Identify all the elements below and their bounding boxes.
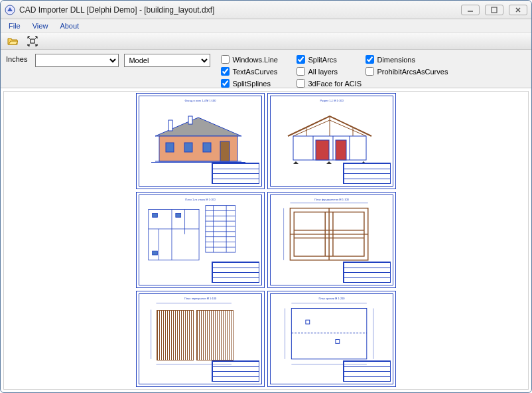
svg-rect-10 bbox=[203, 143, 211, 152]
sheet-foundation-plan: План фундаментов М 1:100 bbox=[267, 192, 396, 288]
svg-rect-29 bbox=[153, 251, 158, 255]
svg-rect-21 bbox=[336, 140, 346, 160]
svg-rect-6 bbox=[168, 120, 172, 131]
menubar: File View About bbox=[1, 19, 531, 33]
chk-all-layers[interactable]: All layers bbox=[297, 66, 363, 77]
svg-rect-11 bbox=[220, 141, 230, 161]
svg-rect-28 bbox=[176, 213, 181, 217]
open-file-button[interactable] bbox=[6, 35, 19, 48]
sheets-grid: Фасад в осях 1-4 М 1:100 bbox=[136, 93, 396, 389]
units-label: Inches bbox=[6, 54, 27, 63]
close-button[interactable] bbox=[509, 5, 527, 15]
svg-rect-20 bbox=[316, 140, 329, 160]
chk-prohibit-arcs[interactable]: ProhibitArcsAsCurves bbox=[366, 66, 465, 77]
svg-rect-56 bbox=[306, 320, 310, 324]
sheet-roof-outline: План кровли М 1:200 bbox=[267, 291, 396, 387]
units-combo[interactable] bbox=[35, 54, 119, 67]
svg-rect-7 bbox=[188, 116, 192, 124]
chk-dimensions[interactable]: Dimensions bbox=[366, 54, 465, 65]
titlebar: CAD Importer DLL [Delphi Demo] - [buildi… bbox=[1, 1, 531, 19]
menu-about[interactable]: About bbox=[54, 21, 84, 31]
svg-rect-54 bbox=[291, 309, 366, 359]
options-panel: Inches Model Windows.Line SplitArcs Dime… bbox=[1, 50, 531, 88]
maximize-button[interactable] bbox=[485, 5, 503, 15]
chk-label: 3dFace for ACIS bbox=[308, 80, 362, 88]
chk-label: SplitArcs bbox=[308, 56, 336, 64]
svg-rect-30 bbox=[206, 206, 235, 252]
svg-rect-8 bbox=[166, 143, 174, 152]
menu-view[interactable]: View bbox=[27, 21, 54, 31]
chk-split-splines[interactable]: SplitSplines bbox=[221, 78, 294, 89]
chk-windows-line[interactable]: Windows.Line bbox=[221, 54, 294, 65]
menu-file[interactable]: File bbox=[3, 21, 26, 31]
chk-label: ProhibitArcsAsCurves bbox=[377, 68, 448, 76]
svg-rect-16 bbox=[293, 136, 366, 160]
chk-label: TextAsCurves bbox=[232, 68, 277, 76]
svg-rect-27 bbox=[153, 213, 158, 217]
chk-label: Windows.Line bbox=[232, 56, 277, 64]
minimize-button[interactable] bbox=[461, 5, 480, 15]
checkbox-grid: Windows.Line SplitArcs Dimensions TextAs… bbox=[221, 54, 465, 89]
layout-combo[interactable]: Model bbox=[124, 54, 210, 67]
app-icon bbox=[5, 5, 15, 15]
chk-label: SplitSplines bbox=[232, 80, 270, 88]
svg-rect-2 bbox=[492, 7, 497, 13]
drawing-canvas[interactable]: Фасад в осях 1-4 М 1:100 bbox=[3, 91, 529, 390]
sheet-elevation-front: Фасад в осях 1-4 М 1:100 bbox=[136, 93, 265, 189]
sheet-floor-plan: План 1-го этажа М 1:100 bbox=[136, 192, 265, 288]
chk-label: All layers bbox=[308, 68, 338, 76]
window-title: CAD Importer DLL [Delphi Demo] - [buildi… bbox=[19, 5, 461, 15]
fit-extents-button[interactable] bbox=[26, 35, 39, 48]
window-buttons bbox=[461, 5, 527, 15]
chk-label: Dimensions bbox=[377, 56, 415, 64]
svg-rect-57 bbox=[336, 339, 340, 343]
svg-rect-9 bbox=[184, 143, 192, 152]
chk-text-as-curves[interactable]: TextAsCurves bbox=[221, 66, 294, 77]
chk-3dface-acis[interactable]: 3dFace for ACIS bbox=[297, 78, 363, 89]
sheet-roof-plan: План перекрытия М 1:100 bbox=[136, 291, 265, 387]
sheet-section: Разрез 1-1 М 1:100 bbox=[267, 93, 396, 189]
toolbar bbox=[1, 33, 531, 50]
svg-rect-3 bbox=[31, 39, 34, 43]
chk-split-arcs[interactable]: SplitArcs bbox=[297, 54, 363, 65]
